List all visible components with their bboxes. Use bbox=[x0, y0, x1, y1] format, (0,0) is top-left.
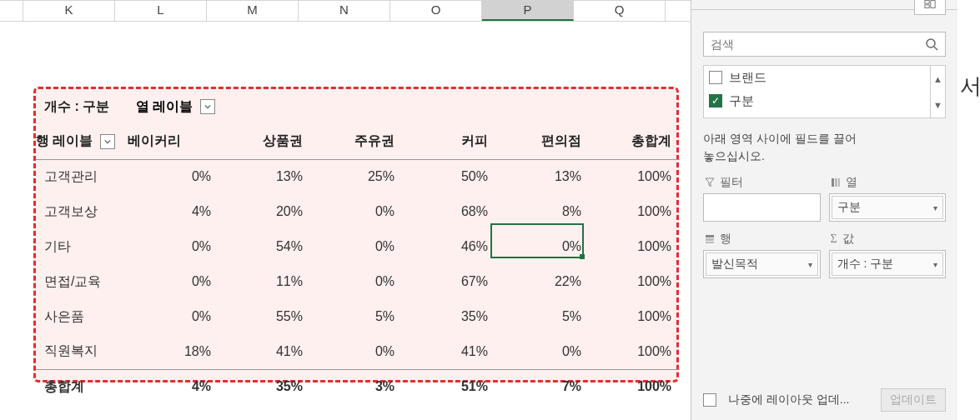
cell[interactable]: 5% bbox=[496, 299, 590, 334]
cell[interactable]: 0% bbox=[311, 264, 403, 299]
zone-filter-box[interactable] bbox=[703, 193, 821, 222]
checkbox-icon[interactable] bbox=[709, 71, 722, 84]
cell[interactable]: 67% bbox=[403, 264, 496, 299]
cell[interactable]: 0% bbox=[311, 194, 403, 229]
col-header-M[interactable]: M bbox=[207, 1, 299, 21]
col-header-K[interactable]: K bbox=[23, 1, 115, 21]
drag-hint-text: 아래 영역 사이에 필드를 끌어 놓으십시오. bbox=[703, 130, 946, 165]
cell[interactable]: 0% bbox=[496, 229, 590, 264]
cell[interactable]: 0% bbox=[128, 299, 219, 334]
checkbox-icon[interactable] bbox=[703, 393, 716, 407]
cell[interactable]: 100% bbox=[590, 299, 680, 334]
pivot-col-field-label[interactable]: 열 레이블 bbox=[128, 89, 680, 124]
row-field-dropdown-icon[interactable] bbox=[100, 134, 115, 149]
cell[interactable]: 0% bbox=[128, 229, 219, 264]
cell[interactable]: 25% bbox=[311, 159, 403, 194]
table-row: 면접/교육 0% 11% 0% 67% 22% 100% bbox=[36, 264, 680, 299]
cell[interactable]: 68% bbox=[403, 194, 496, 229]
svg-rect-5 bbox=[832, 178, 834, 187]
cell[interactable]: 35% bbox=[219, 369, 311, 404]
cell[interactable]: 41% bbox=[219, 334, 311, 369]
rownum-gutter bbox=[0, 1, 23, 21]
field-search[interactable] bbox=[703, 32, 946, 57]
zone-row-box[interactable]: 발신목적 ▾ bbox=[703, 250, 821, 278]
cell[interactable]: 13% bbox=[496, 159, 590, 194]
field-label: 구분 bbox=[729, 93, 754, 109]
spreadsheet-grid[interactable]: K L M N O P Q 개수 : 구분 열 레이블 bbox=[0, 0, 691, 420]
update-button[interactable]: 업데이트 bbox=[881, 388, 946, 412]
cell[interactable]: 100% bbox=[590, 194, 680, 229]
cell[interactable]: 55% bbox=[219, 299, 311, 334]
zone-title: 값 bbox=[842, 232, 854, 247]
chip-column[interactable]: 구분 ▾ bbox=[832, 196, 944, 219]
cell[interactable]: 0% bbox=[311, 334, 403, 369]
pivot-row-field-text: 행 레이블 bbox=[36, 133, 93, 148]
cell[interactable]: 7% bbox=[496, 369, 590, 404]
cell[interactable]: 22% bbox=[496, 264, 590, 299]
cell[interactable]: 54% bbox=[219, 229, 311, 264]
search-input[interactable] bbox=[704, 32, 918, 56]
cell[interactable]: 8% bbox=[496, 194, 590, 229]
cell[interactable]: 35% bbox=[403, 299, 496, 334]
search-icon[interactable] bbox=[918, 32, 945, 56]
cell[interactable]: 100% bbox=[590, 369, 680, 404]
chip-values[interactable]: 개수 : 구분 ▾ bbox=[832, 252, 944, 276]
cell[interactable]: 4% bbox=[128, 194, 219, 229]
pivot-col-header: 편의점 bbox=[496, 124, 590, 159]
cell[interactable]: 100% bbox=[590, 264, 680, 299]
col-header-O[interactable]: O bbox=[390, 1, 482, 21]
cell[interactable]: 100% bbox=[590, 229, 680, 264]
table-row: 기타 0% 54% 0% 46% 0% 100% bbox=[36, 229, 680, 264]
cell[interactable]: 13% bbox=[219, 159, 311, 194]
zone-column[interactable]: 열 구분 ▾ bbox=[829, 172, 947, 222]
table-row: 사은품 0% 55% 5% 35% 5% 100% bbox=[36, 299, 680, 334]
defer-layout-checkbox[interactable]: 나중에 레이아웃 업데... bbox=[703, 392, 849, 408]
cell[interactable]: 0% bbox=[496, 334, 590, 369]
chip-row[interactable]: 발신목적 ▾ bbox=[706, 252, 818, 276]
zone-column-box[interactable]: 구분 ▾ bbox=[829, 193, 947, 222]
zone-row[interactable]: 행 발신목적 ▾ bbox=[703, 228, 821, 278]
column-headers-row: K L M N O P Q bbox=[0, 0, 691, 22]
zone-values[interactable]: Σ 값 개수 : 구분 ▾ bbox=[829, 228, 947, 278]
cell[interactable]: 51% bbox=[403, 369, 496, 404]
zone-filter[interactable]: 필터 bbox=[703, 172, 821, 222]
cell[interactable]: 3% bbox=[311, 369, 403, 404]
scroll-down-icon[interactable]: ▼ bbox=[931, 92, 945, 118]
pivot-corner-label: 개수 : 구분 bbox=[36, 89, 128, 124]
chevron-down-icon[interactable]: ▾ bbox=[933, 260, 937, 269]
col-header-N[interactable]: N bbox=[299, 1, 390, 21]
pivot-row-field-label[interactable]: 행 레이블 bbox=[36, 124, 128, 159]
field-list-scroll[interactable]: ▲ ▼ bbox=[930, 66, 945, 118]
table-row: 직원복지 18% 41% 0% 41% 0% 100% bbox=[36, 334, 680, 369]
zone-values-box[interactable]: 개수 : 구분 ▾ bbox=[829, 250, 947, 278]
scroll-up-icon[interactable]: ▲ bbox=[931, 66, 945, 92]
cell[interactable]: 100% bbox=[590, 159, 680, 194]
cell[interactable]: 0% bbox=[311, 229, 403, 264]
cell[interactable]: 100% bbox=[590, 334, 680, 369]
col-header-L[interactable]: L bbox=[115, 1, 207, 21]
col-header-P[interactable]: P bbox=[482, 1, 574, 21]
cell[interactable]: 41% bbox=[403, 334, 496, 369]
field-item-brand[interactable]: 브랜드 bbox=[704, 66, 945, 89]
checkbox-icon[interactable] bbox=[709, 94, 722, 108]
chevron-down-icon[interactable]: ▾ bbox=[933, 203, 937, 212]
panel-settings-button[interactable] bbox=[914, 0, 946, 15]
table-row: 고객관리 0% 13% 25% 50% 13% 100% bbox=[36, 159, 680, 194]
pivot-table-region[interactable]: 개수 : 구분 열 레이블 행 레이블 베이 bbox=[33, 87, 679, 382]
col-header-Q[interactable]: Q bbox=[574, 1, 666, 21]
cell[interactable]: 4% bbox=[128, 369, 219, 404]
field-list[interactable]: 브랜드 구분 ▲ ▼ bbox=[703, 65, 946, 118]
chevron-down-icon[interactable]: ▾ bbox=[808, 260, 812, 269]
cell[interactable]: 0% bbox=[128, 159, 219, 194]
col-field-dropdown-icon[interactable] bbox=[200, 99, 215, 114]
cell[interactable]: 20% bbox=[219, 194, 311, 229]
defer-label: 나중에 레이아웃 업데... bbox=[728, 392, 849, 408]
pivot-field-list-panel: 브랜드 구분 ▲ ▼ 아래 영역 사이에 필드를 끌어 놓으십시오. 필터 열 bbox=[691, 0, 957, 420]
cell[interactable]: 46% bbox=[403, 229, 496, 264]
field-item-category[interactable]: 구분 bbox=[704, 89, 945, 112]
cell[interactable]: 0% bbox=[128, 264, 219, 299]
cell[interactable]: 50% bbox=[403, 159, 496, 194]
cell[interactable]: 5% bbox=[311, 299, 403, 334]
cell[interactable]: 18% bbox=[128, 334, 219, 369]
cell[interactable]: 11% bbox=[219, 264, 311, 299]
